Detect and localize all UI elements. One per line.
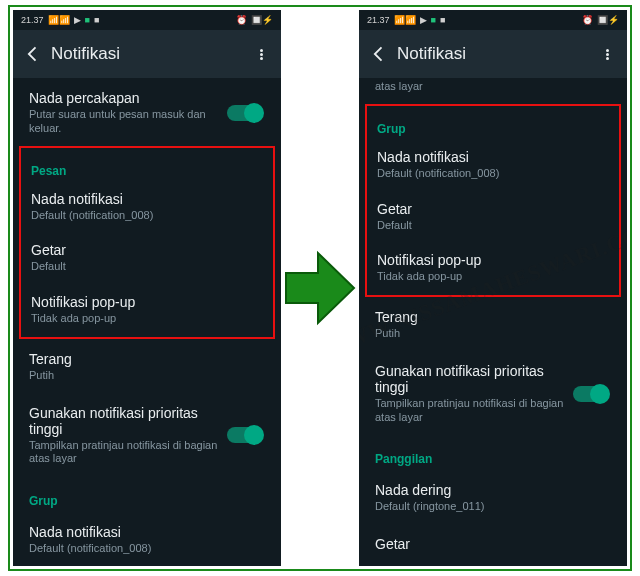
back-button[interactable] [19,40,47,68]
page-title: Notifikasi [397,44,593,64]
highlight-box-pesan: Pesan Nada notifikasiDefault (notificati… [19,146,275,339]
phone-right: 21.37📶📶▶■■ ⏰🔲⚡ Notifikasi atas layar Gru… [359,10,627,566]
group-priority-row[interactable]: Gunakan notifikasi prioritas tinggiTampi… [359,351,627,435]
signal-icon: 📶📶 [48,15,70,25]
group-tone-row[interactable]: Nada notifikasiDefault (notification_008… [367,138,619,190]
arrow-icon [281,243,359,333]
battery-icon: 🔲⚡ [251,15,273,25]
light-row[interactable]: TerangPutih [13,339,281,393]
group-popup-row[interactable]: Notifikasi pop-upTidak ada pop-up [367,241,619,293]
alarm-icon: ⏰ [582,15,593,25]
priority-switch[interactable] [227,427,261,443]
conversation-tone-row[interactable]: Nada percakapanPutar suara untuk pesan m… [13,78,281,146]
section-grup: Grup [367,108,619,138]
partial-row: atas layar [359,78,627,104]
priority-row[interactable]: Gunakan notifikasi prioritas tinggiTampi… [13,393,281,477]
back-button[interactable] [365,40,393,68]
ringtone-row[interactable]: Nada deringDefault (ringtone_011) [359,470,627,524]
overflow-menu[interactable] [247,40,275,68]
status-bar: 21.37📶📶▶■■ ⏰🔲⚡ [13,10,281,30]
battery-icon: 🔲⚡ [597,15,619,25]
settings-list: Nada percakapanPutar suara untuk pesan m… [13,78,281,566]
status-bar: 21.37📶📶▶■■ ⏰🔲⚡ [359,10,627,30]
highlight-box-grup: Grup Nada notifikasiDefault (notificatio… [365,104,621,297]
page-title: Notifikasi [51,44,247,64]
group-vibrate-row[interactable]: GetarDefault [367,190,619,242]
settings-list: atas layar Grup Nada notifikasiDefault (… [359,78,627,566]
section-grup: Grup [13,476,281,512]
group-tone-row[interactable]: Nada notifikasiDefault (notification_008… [13,512,281,566]
conversation-tone-switch[interactable] [227,105,261,121]
section-panggilan: Panggilan [359,434,627,470]
app-bar: Notifikasi [359,30,627,78]
section-pesan: Pesan [21,150,273,180]
notification-tone-row[interactable]: Nada notifikasiDefault (notification_008… [21,180,273,232]
call-vibrate-row[interactable]: Getar [359,524,627,564]
alarm-icon: ⏰ [236,15,247,25]
vibrate-row[interactable]: GetarDefault [21,231,273,283]
popup-row[interactable]: Notifikasi pop-upTidak ada pop-up [21,283,273,335]
status-time: 21.37 [367,15,390,25]
group-light-row[interactable]: TerangPutih [359,297,627,351]
status-time: 21.37 [21,15,44,25]
group-priority-switch[interactable] [573,386,607,402]
overflow-menu[interactable] [593,40,621,68]
app-bar: Notifikasi [13,30,281,78]
signal-icon: 📶📶 [394,15,416,25]
phone-left: 21.37📶📶▶■■ ⏰🔲⚡ Notifikasi Nada percakapa… [13,10,281,566]
